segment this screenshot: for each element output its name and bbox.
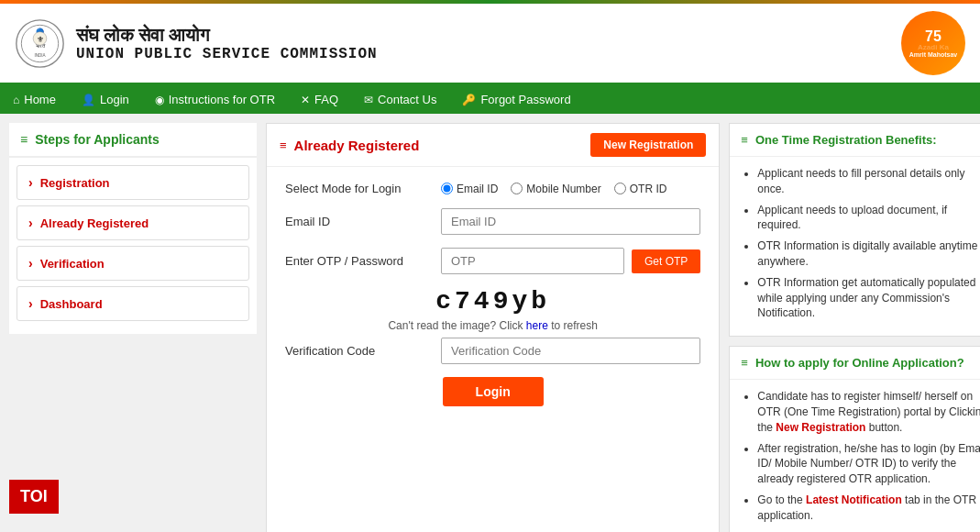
upsc-emblem: 🔵 भारत INDIA ⚜: [15, 18, 65, 69]
verification-control: [441, 338, 700, 364]
radio-otr-label[interactable]: OTR ID: [614, 183, 667, 195]
login-button[interactable]: Login: [443, 377, 544, 406]
benefits-title: One Time Registration Benefits:: [755, 133, 937, 147]
header-title-hindi: संघ लोक सेवा आयोग: [76, 25, 378, 46]
radio-email-label[interactable]: Email ID: [441, 183, 498, 195]
captcha-refresh-link[interactable]: here: [526, 319, 551, 332]
steps-header-icon: ≡: [20, 132, 28, 147]
nav-contact[interactable]: ✉ Contact Us: [351, 85, 449, 114]
nav-forgot-password-label: Forgot Password: [480, 93, 570, 106]
captcha-refresh-prefix: Can't read the image? Click: [388, 319, 523, 332]
radio-mobile-label[interactable]: Mobile Number: [511, 183, 600, 195]
email-input[interactable]: [441, 208, 700, 235]
step-arrow-already-registered: ›: [28, 216, 33, 230]
nav-faq-label: FAQ: [314, 93, 338, 106]
radio-otr-text: OTR ID: [630, 183, 667, 195]
step-arrow-registration: ›: [28, 175, 33, 190]
svg-text:INDIA: INDIA: [34, 53, 46, 58]
how-item-4: Apply for desirable Examination.: [757, 529, 980, 532]
mode-label: Select Mode for Login: [285, 182, 432, 195]
center-header-left: ≡ Already Registered: [280, 138, 419, 153]
otp-input[interactable]: [441, 248, 624, 274]
radio-otr[interactable]: [614, 183, 626, 194]
login-button-row: Login: [285, 377, 700, 406]
verification-code-input[interactable]: [441, 338, 700, 364]
center-panel: ≡ Already Registered New Registration Se…: [266, 123, 720, 532]
get-otp-button[interactable]: Get OTP: [632, 249, 700, 273]
nav-login[interactable]: 👤 Login: [69, 85, 142, 114]
toi-label: TOI: [20, 487, 48, 505]
email-row: Email ID: [285, 208, 700, 235]
step-registration[interactable]: › Registration: [17, 165, 249, 200]
verification-row: Verification Code: [285, 338, 700, 364]
contact-icon: ✉: [364, 94, 373, 106]
steps-list: › Registration › Already Registered › Ve…: [9, 158, 257, 334]
radio-mobile-text: Mobile Number: [526, 183, 600, 195]
latest-notif-highlight: Latest Notification: [806, 493, 902, 506]
header-titles: संघ लोक सेवा आयोग UNION PUBLIC SERVICE C…: [76, 25, 378, 62]
new-registration-button[interactable]: New Registration: [590, 133, 706, 157]
mode-selection-row: Select Mode for Login Email ID Mobile Nu…: [285, 182, 700, 195]
forgot-password-icon: 🔑: [462, 94, 476, 106]
benefits-box: ≡ One Time Registration Benefits: Applic…: [729, 123, 980, 337]
benefits-list: Applicant needs to fill personal details…: [743, 166, 980, 321]
verification-label: Verification Code: [285, 344, 432, 358]
radio-mobile[interactable]: [511, 183, 523, 194]
login-form: Select Mode for Login Email ID Mobile Nu…: [267, 167, 719, 421]
mode-radio-group: Email ID Mobile Number OTR ID: [441, 183, 700, 195]
how-item-1: Candidate has to register himself/ herse…: [757, 389, 980, 435]
captcha-refresh-text: Can't read the image? Click here to refr…: [285, 319, 700, 332]
otp-row: Enter OTP / Password Get OTP: [285, 248, 700, 274]
steps-header-title: Steps for Applicants: [35, 132, 160, 147]
nav-forgot-password[interactable]: 🔑 Forgot Password: [449, 85, 583, 114]
how-to-apply-title: How to apply for Online Application?: [755, 356, 964, 370]
captcha-image-text: c749yb: [285, 287, 700, 316]
home-icon: ⌂: [13, 94, 19, 106]
otp-control: Get OTP: [441, 248, 700, 274]
nav-instructions[interactable]: ◉ Instructions for OTR: [142, 85, 288, 114]
center-header-icon: ≡: [280, 139, 287, 152]
nav-home[interactable]: ⌂ Home: [0, 85, 69, 114]
new-reg-highlight: New Registration: [776, 421, 865, 434]
instructions-icon: ◉: [155, 94, 164, 106]
azadi-line3: Amrit Mahotsav: [909, 51, 958, 58]
header-left: 🔵 भारत INDIA ⚜ संघ लोक सेवा आयोग UNION P…: [15, 18, 378, 69]
nav-faq[interactable]: ✕ FAQ: [288, 85, 351, 114]
nav-login-label: Login: [100, 93, 129, 106]
header-title-english: UNION PUBLIC SERVICE COMMISSION: [76, 46, 378, 62]
step-arrow-dashboard: ›: [28, 296, 33, 311]
how-to-apply-body: Candidate has to register himself/ herse…: [730, 380, 980, 532]
benefit-item-4: OTR Information get automatically popula…: [757, 275, 980, 321]
how-item-3: Go to the Latest Notification tab in the…: [757, 493, 980, 524]
header-right: 75 Azadi Ka Amrit Mahotsav: [901, 11, 965, 75]
steps-panel-header: ≡ Steps for Applicants: [9, 123, 257, 158]
benefit-item-3: OTR Information is digitally available a…: [757, 238, 980, 270]
how-to-apply-box: ≡ How to apply for Online Application? C…: [729, 346, 980, 532]
left-panel: ≡ Steps for Applicants › Registration › …: [9, 123, 257, 532]
how-to-apply-icon: ≡: [741, 356, 748, 370]
step-label-already-registered: Already Registered: [40, 216, 149, 230]
azadi-line2: Azadi Ka: [918, 43, 949, 51]
login-icon: 👤: [82, 94, 95, 106]
azadi-badge: 75 Azadi Ka Amrit Mahotsav: [901, 11, 965, 75]
step-label-verification: Verification: [40, 257, 105, 271]
how-item-2: After registration, he/she has to login …: [757, 441, 980, 487]
radio-email[interactable]: [441, 183, 453, 194]
captcha-section: c749yb Can't read the image? Click here …: [285, 287, 700, 332]
otp-label: Enter OTP / Password: [285, 254, 432, 268]
email-label: Email ID: [285, 215, 432, 228]
benefits-body: Applicant needs to fill personal details…: [730, 157, 980, 336]
faq-icon: ✕: [301, 94, 310, 106]
svg-text:⚜: ⚜: [37, 34, 44, 43]
benefit-item-1: Applicant needs to fill personal details…: [757, 166, 980, 197]
step-dashboard[interactable]: › Dashboard: [17, 286, 249, 321]
benefit-item-2: Applicant needs to upload document, if r…: [757, 203, 980, 234]
captcha-refresh-suffix: to refresh: [551, 319, 598, 332]
step-verification[interactable]: › Verification: [17, 246, 249, 281]
step-already-registered[interactable]: › Already Registered: [17, 205, 249, 240]
step-label-registration: Registration: [40, 176, 110, 190]
right-panel: ≡ One Time Registration Benefits: Applic…: [729, 123, 980, 532]
nav-home-label: Home: [24, 93, 56, 106]
email-control: [441, 208, 700, 235]
toi-badge: TOI: [9, 480, 59, 514]
